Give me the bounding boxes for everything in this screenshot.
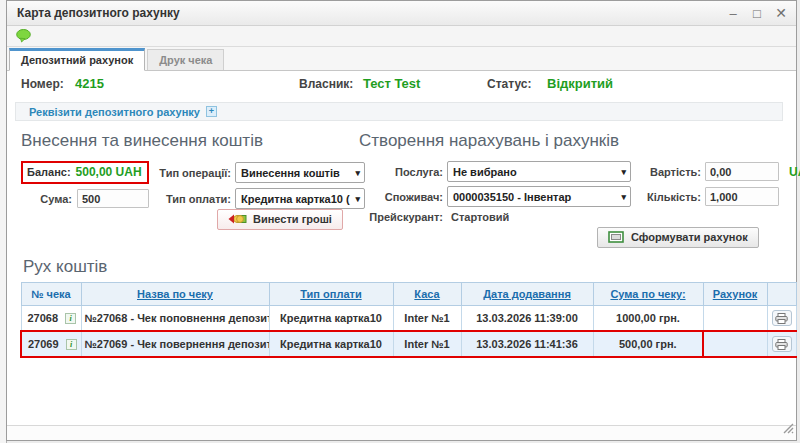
cell-payment-type: Кредитна картка10 [269, 306, 393, 332]
close-icon[interactable]: ✕ [774, 7, 788, 20]
payment-type-label: Тип оплати: [153, 193, 231, 205]
owner-value: Тест Test [363, 76, 420, 91]
column-header-label[interactable]: Рахунок [713, 288, 758, 300]
info-icon[interactable]: i [66, 339, 77, 350]
cell-date: 13.03.2026 11:39:00 [461, 306, 593, 332]
deposit-section-title: Внесення та винесення коштів [21, 131, 351, 151]
pricelist-label: Прейскурант: [359, 211, 443, 223]
transactions-title: Рух коштів [23, 257, 796, 277]
chevron-down-icon: ▾ [621, 167, 626, 177]
account-header-row: Номер: 4215 Власник: Тест Test Статус: В… [7, 71, 796, 97]
column-header-label[interactable]: Тип оплати [300, 288, 361, 300]
deposit-section: Внесення та винесення коштів Баланс: 500… [21, 125, 351, 248]
table-header-row: № чекаНазва по чекуТип оплатиКасаДата до… [21, 283, 796, 306]
info-icon[interactable]: i [65, 313, 76, 324]
cell-check-number: 27069i [21, 331, 81, 357]
table-row[interactable]: 27068i№27068 - Чек поповнення депозитуКр… [21, 306, 796, 332]
deposit-card-window: Карта депозитного рахунку – □ ✕ Депозитн… [6, 0, 797, 441]
cell-check-name: №27069 - Чек повернення депозиту [81, 331, 269, 357]
payment-type-select[interactable]: Кредитна картка10 ( ▾ [235, 188, 365, 209]
sum-label: Сума: [40, 193, 72, 205]
cell-account [703, 331, 767, 357]
resize-grip-icon[interactable] [783, 420, 794, 438]
requisites-label: Реквізити депозитного рахунку [29, 106, 200, 118]
withdraw-button-label: Винести гроші [253, 213, 332, 225]
pricelist-value: Стартовий [447, 211, 701, 223]
number-value: 4215 [75, 76, 104, 91]
invoice-button-label: Сформувати рахунок [631, 231, 748, 243]
owner-label: Власник: [299, 77, 353, 91]
cost-label: Вартість: [635, 166, 701, 178]
balance-value: 500,00 UAH [76, 165, 142, 179]
form-area: Внесення та винесення коштів Баланс: 500… [7, 123, 796, 248]
column-header[interactable]: Дата додавання [461, 283, 593, 306]
consumer-value: 0000035150 - Інвентар [453, 191, 571, 203]
currency-label: UAH [783, 165, 800, 179]
sum-group: Сума: [21, 189, 149, 208]
statusbar [7, 425, 796, 440]
invoice-form-icon [608, 231, 625, 243]
status-label: Статус: [487, 77, 531, 91]
column-header-label[interactable]: Сума по чеку: [610, 288, 685, 300]
column-header-label[interactable]: Каса [414, 288, 439, 300]
column-header-label[interactable]: Дата додавання [483, 288, 571, 300]
column-header[interactable]: Назва по чеку [81, 283, 269, 306]
screen: Карта депозитного рахунку – □ ✕ Депозитн… [0, 0, 800, 443]
operation-type-label: Тип операції: [153, 167, 231, 179]
table-row[interactable]: 27069i№27069 - Чек повернення депозитуКр… [21, 331, 796, 357]
expand-plus-icon[interactable]: + [206, 106, 217, 117]
create-invoice-button[interactable]: Сформувати рахунок [597, 227, 759, 248]
window-titlebar[interactable]: Карта депозитного рахунку – □ ✕ [7, 1, 796, 26]
transactions-table: № чекаНазва по чекуТип оплатиКасаДата до… [20, 282, 797, 358]
number-label: Номер: [21, 77, 64, 91]
column-header-label: № чека [31, 288, 70, 300]
operation-type-value: Винесення коштів [241, 167, 340, 179]
cell-cashdesk: Inter №1 [393, 306, 461, 332]
print-icon[interactable] [772, 336, 792, 352]
window-title: Карта депозитного рахунку [17, 6, 180, 20]
chevron-down-icon: ▾ [621, 192, 626, 202]
toolbar [7, 26, 796, 47]
billing-section: Створення нарахувань і рахунків Послуга:… [359, 125, 800, 248]
cell-account [703, 306, 767, 332]
minimize-icon[interactable]: – [726, 7, 740, 20]
consumer-select[interactable]: 0000035150 - Інвентар ▾ [447, 186, 631, 207]
check-number: 27068 [28, 312, 59, 324]
cost-input[interactable] [705, 162, 779, 181]
cell-amount: 500,00 грн. [593, 331, 703, 357]
service-value: Не вибрано [453, 166, 517, 178]
payment-type-value: Кредитна картка10 ( [241, 193, 350, 205]
cell-print [767, 331, 796, 357]
maximize-icon[interactable]: □ [750, 7, 764, 20]
column-header[interactable]: Тип оплати [269, 283, 393, 306]
status-value: Відкритий [547, 76, 613, 91]
quantity-label: Кількість: [635, 191, 701, 203]
service-label: Послуга: [359, 166, 443, 178]
cell-check-name: №27068 - Чек поповнення депозиту [81, 306, 269, 332]
cell-date: 13.03.2026 11:41:36 [461, 331, 593, 357]
column-header-label[interactable]: Назва по чеку [137, 288, 213, 300]
cell-cashdesk: Inter №1 [393, 331, 461, 357]
requisites-bar[interactable]: Реквізити депозитного рахунку + [15, 102, 783, 121]
consumer-label: Споживач: [359, 191, 443, 203]
column-header: № чека [21, 283, 81, 306]
column-header[interactable]: Сума по чеку: [593, 283, 703, 306]
balance-label: Баланс: [27, 166, 71, 178]
check-number: 27069 [28, 338, 59, 350]
column-header[interactable]: Каса [393, 283, 461, 306]
cell-payment-type: Кредитна картка10 [269, 331, 393, 357]
tab-deposit-account[interactable]: Депозитний рахунок [9, 48, 145, 71]
window-controls: – □ ✕ [726, 7, 788, 20]
column-header[interactable]: Рахунок [703, 283, 767, 306]
print-column-header [767, 283, 796, 306]
withdraw-money-button[interactable]: Винести гроші [217, 209, 343, 230]
quantity-input[interactable] [705, 187, 779, 206]
service-select[interactable]: Не вибрано ▾ [447, 161, 631, 182]
comment-bubble-icon[interactable] [16, 29, 32, 43]
tab-print-check[interactable]: Друк чека [147, 49, 224, 70]
print-icon[interactable] [772, 310, 792, 326]
operation-type-select[interactable]: Винесення коштів ▾ [235, 162, 365, 183]
tabstrip: Депозитний рахунок Друк чека [7, 47, 796, 71]
balance-highlight-box: Баланс: 500,00 UAH [21, 161, 149, 184]
sum-input[interactable] [77, 189, 149, 208]
